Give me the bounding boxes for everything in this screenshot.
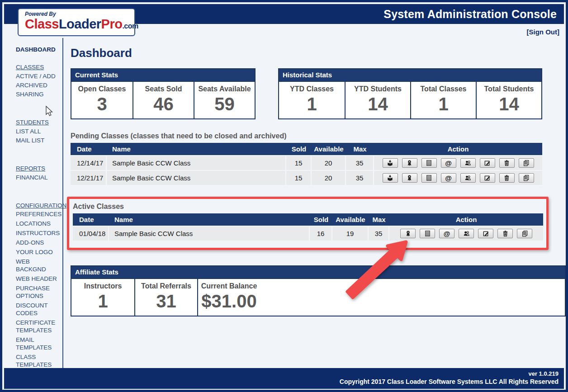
logo-wordmark: ClassLoaderPro.com xyxy=(25,17,134,33)
email-button[interactable]: @ xyxy=(441,173,456,183)
table-row: 12/21/17 Sample Basic CCW Class 15 20 35… xyxy=(71,171,542,185)
sidebar-item-configuration[interactable]: CONFIGURATION xyxy=(16,201,62,210)
roster-button[interactable] xyxy=(420,229,435,238)
sidebar-item-purchase-options[interactable]: PURCHASE OPTIONS xyxy=(16,284,61,300)
historical-stats-table: Historical Stats YTD Classes 1 YTD Stude… xyxy=(278,68,542,119)
main-content: Dashboard Current Stats Open Classes 3 S… xyxy=(63,38,566,387)
footer: ver 1.0.219 Copyright 2017 Class Loader … xyxy=(4,368,564,389)
app-title: System Administration Console xyxy=(383,8,564,21)
stat-current-balance: Current Balance $31.00 xyxy=(197,279,260,316)
sidebar-item-preferences[interactable]: PREFERENCES xyxy=(16,210,61,218)
action-buttons: @ xyxy=(374,171,542,185)
pending-table-header: Date Name Sold Available Max Action xyxy=(71,143,542,155)
active-classes-table: Date Name Sold Available Max Action 01/0… xyxy=(73,213,543,241)
roster-button[interactable] xyxy=(421,158,437,168)
action-buttons: @ xyxy=(389,227,543,241)
sidebar-group-reports: REPORTS FINANCIAL xyxy=(16,164,62,182)
stat-total-students: Total Students 14 xyxy=(476,82,541,118)
delete-button[interactable] xyxy=(497,229,513,238)
admin-console-page: System Administration Console Powered By… xyxy=(0,0,568,392)
archive-button[interactable] xyxy=(383,173,398,183)
email-button[interactable]: @ xyxy=(441,158,456,168)
sidebar-item-mail-list[interactable]: MAIL LIST xyxy=(16,136,61,145)
copy-button[interactable] xyxy=(519,173,534,183)
page-title: Dashboard xyxy=(71,46,566,60)
sidebar-item-dashboard[interactable]: DASHBOARD xyxy=(16,46,62,53)
edit-button[interactable] xyxy=(478,229,493,238)
sidebar-item-locations[interactable]: LOCATIONS xyxy=(16,220,61,227)
active-table-header: Date Name Sold Available Max Action xyxy=(73,213,543,226)
sidebar-item-active-add[interactable]: ACTIVE / ADD xyxy=(16,72,61,81)
sidebar-item-list-all[interactable]: LIST ALL xyxy=(16,127,61,136)
sidebar-item-sharing[interactable]: SHARING xyxy=(16,90,61,99)
sidebar-item-class-templates[interactable]: CLASS TEMPLATES xyxy=(16,353,61,368)
sidebar-item-archived[interactable]: ARCHIVED xyxy=(16,81,61,90)
stat-total-referrals: Total Referrals 31 xyxy=(134,279,197,316)
sidebar-item-add-ons[interactable]: ADD-ONS xyxy=(16,239,61,246)
sidebar-item-students[interactable]: STUDENTS xyxy=(16,118,62,127)
classloaderpro-logo: Powered By ClassLoaderPro.com xyxy=(18,8,135,36)
version-label: ver 1.0.219 xyxy=(4,370,559,377)
delete-button[interactable] xyxy=(499,173,515,183)
award-button[interactable] xyxy=(400,229,416,238)
edit-button[interactable] xyxy=(480,158,495,168)
current-stats-table: Current Stats Open Classes 3 Seats Sold … xyxy=(71,68,256,119)
logo-powered-by: Powered By xyxy=(25,11,134,17)
delete-button[interactable] xyxy=(499,158,515,168)
copyright-label: Copyright 2017 Class Loader Software Sys… xyxy=(4,378,559,385)
award-button[interactable] xyxy=(402,173,417,183)
sidebar-item-your-logo[interactable]: YOUR LOGO xyxy=(16,248,61,256)
stat-seats-sold: Seats Sold 46 xyxy=(133,82,194,118)
students-button[interactable] xyxy=(460,173,476,183)
sidebar-group-configuration: CONFIGURATION PREFERENCES LOCATIONS INST… xyxy=(16,201,62,368)
stat-ytd-classes: YTD Classes 1 xyxy=(279,82,345,118)
students-button[interactable] xyxy=(460,158,476,168)
current-stats-title: Current Stats xyxy=(71,69,255,82)
students-button[interactable] xyxy=(459,229,474,238)
sidebar-group-classes: CLASSES ACTIVE / ADD ARCHIVED SHARING xyxy=(16,63,62,99)
sidebar-item-email-templates[interactable]: EMAIL TEMPLATES xyxy=(16,336,61,351)
affiliate-stats-title: Affiliate Stats xyxy=(71,266,565,279)
sidebar-item-reports[interactable]: REPORTS xyxy=(16,164,62,173)
email-icon: @ xyxy=(444,230,450,237)
historical-stats-title: Historical Stats xyxy=(279,69,541,82)
award-button[interactable] xyxy=(402,158,417,168)
affiliate-stats-table: Affiliate Stats Instructors 1 Total Refe… xyxy=(71,265,566,316)
sidebar-item-web-backgnd[interactable]: WEB BACKGND xyxy=(16,258,61,273)
email-button[interactable]: @ xyxy=(439,229,454,238)
active-classes-highlight-box: Active Classes Date Name Sold Available … xyxy=(67,197,549,250)
sidebar-item-instructors[interactable]: INSTRUCTORS xyxy=(16,229,61,237)
pending-classes-table: Date Name Sold Available Max Action 12/1… xyxy=(71,143,542,185)
active-classes-heading: Active Classes xyxy=(73,203,543,211)
email-icon: @ xyxy=(445,175,452,181)
sidebar-item-financial[interactable]: FINANCIAL xyxy=(16,173,61,182)
copy-button[interactable] xyxy=(519,158,534,168)
stat-open-classes: Open Classes 3 xyxy=(71,82,133,118)
sidebar-group-students: STUDENTS LIST ALL MAIL LIST xyxy=(16,118,62,145)
email-icon: @ xyxy=(445,160,452,166)
pending-classes-heading: Pending Classes (classes that need to be… xyxy=(71,132,566,140)
sidebar-item-discount-codes[interactable]: DISCOUNT CODES xyxy=(16,302,61,317)
sidebar-item-web-header[interactable]: WEB HEADER xyxy=(16,275,61,283)
stat-instructors: Instructors 1 xyxy=(71,279,134,316)
edit-button[interactable] xyxy=(480,173,495,183)
table-row: 01/04/18 Sample Basic CCW Class 16 19 35… xyxy=(73,227,543,241)
stat-ytd-students: YTD Students 14 xyxy=(345,82,410,118)
action-buttons: @ xyxy=(374,156,542,170)
table-row: 12/14/17 Sample Basic CCW Class 15 20 35… xyxy=(71,156,542,170)
roster-button[interactable] xyxy=(421,173,437,183)
copy-button[interactable] xyxy=(517,229,532,238)
sidebar-nav: DASHBOARD CLASSES ACTIVE / ADD ARCHIVED … xyxy=(2,38,63,387)
archive-button[interactable] xyxy=(383,158,398,168)
sidebar-item-certificate-templates[interactable]: CERTIFICATE TEMPLATES xyxy=(16,319,61,334)
stat-total-classes: Total Classes 1 xyxy=(410,82,476,118)
stat-seats-available: Seats Available 59 xyxy=(194,82,255,118)
sign-out-link[interactable]: [Sign Out] xyxy=(527,28,559,36)
sidebar-item-classes[interactable]: CLASSES xyxy=(16,63,62,72)
